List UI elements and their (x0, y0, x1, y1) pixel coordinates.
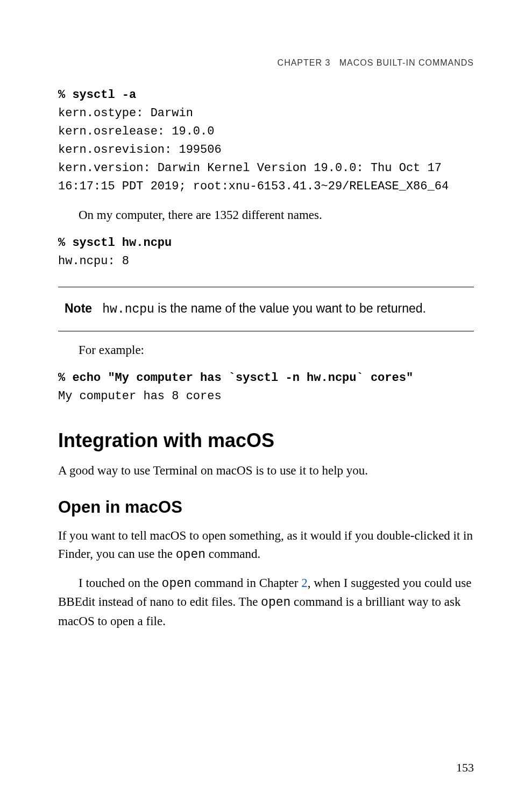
note-callout: Note hw.ncpu is the name of the value yo… (58, 287, 474, 331)
inline-code: open (162, 577, 191, 591)
inline-code: open (261, 596, 290, 610)
chapter-number: CHAPTER 3 (278, 58, 331, 67)
note-body: is the name of the value you want to be … (154, 301, 426, 315)
code-output: hw.ncpu: 8 (58, 254, 129, 268)
code-block-sysctl-a: % sysctl -a kern.ostype: Darwin kern.osr… (58, 86, 474, 196)
paragraph: A good way to use Terminal on macOS is t… (58, 462, 474, 480)
running-header: CHAPTER 3 MACOS BUILT-IN COMMANDS (58, 58, 474, 68)
code-output: kern.osrevision: 199506 (58, 143, 222, 157)
note-text: Note hw.ncpu is the name of the value yo… (58, 299, 474, 319)
page-container: CHAPTER 3 MACOS BUILT-IN COMMANDS % sysc… (0, 0, 532, 807)
text-run: If you want to tell macOS to open someth… (58, 529, 473, 561)
command-line: % sysctl hw.ncpu (58, 236, 172, 250)
paragraph: For example: (58, 341, 474, 360)
command-line: % echo "My computer has `sysctl -n hw.nc… (58, 371, 413, 385)
code-output: kern.version: Darwin Kernel Version 19.0… (58, 161, 449, 193)
code-block-sysctl-hwncpu: % sysctl hw.ncpu hw.ncpu: 8 (58, 234, 474, 271)
note-label: Note (65, 301, 92, 315)
text-run: command in Chapter (191, 576, 301, 590)
paragraph: On my computer, there are 1352 different… (58, 206, 474, 225)
text-run: command. (205, 547, 260, 561)
code-output: kern.ostype: Darwin (58, 107, 193, 120)
note-inline-code: hw.ncpu (102, 302, 154, 316)
page-number: 153 (456, 761, 474, 775)
code-output: My computer has 8 cores (58, 390, 222, 403)
paragraph: If you want to tell macOS to open someth… (58, 527, 474, 564)
subsection-heading: Open in macOS (58, 498, 474, 517)
paragraph: I touched on the open command in Chapter… (58, 574, 474, 631)
code-block-echo: % echo "My computer has `sysctl -n hw.nc… (58, 369, 474, 406)
chapter-link[interactable]: 2 (301, 576, 308, 590)
command-line: % sysctl -a (58, 88, 136, 102)
code-output: kern.osrelease: 19.0.0 (58, 125, 214, 138)
section-heading: Integration with macOS (58, 429, 474, 452)
inline-code: open (176, 548, 205, 562)
chapter-title: MACOS BUILT-IN COMMANDS (339, 58, 474, 67)
text-run: I touched on the (79, 576, 162, 590)
